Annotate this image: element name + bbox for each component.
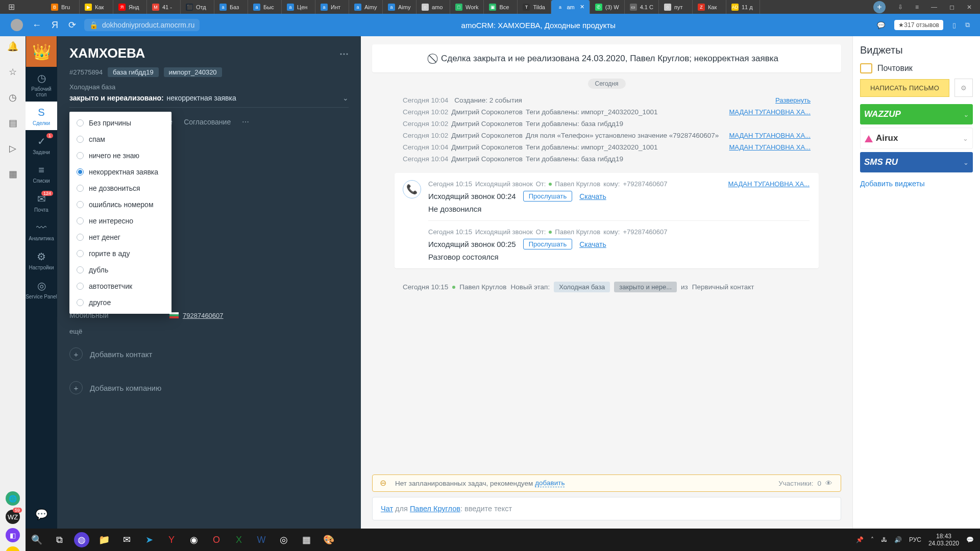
reason-option[interactable]: некорректная заявка (69, 164, 172, 180)
yandex-disk-icon[interactable]: ◍ (74, 532, 89, 547)
listen-button[interactable]: Прослушать (523, 239, 573, 249)
widget-postovik[interactable]: Почтовик (860, 63, 973, 73)
reason-option[interactable]: нет денег (69, 229, 172, 245)
browser-tab[interactable]: ZКак (693, 0, 726, 14)
call-contact-link[interactable]: МАДАН ТУГАНОВНА ХА... (728, 180, 810, 188)
widget-smsru[interactable]: SMS RU⌄ (860, 152, 973, 172)
reason-option[interactable]: другое (69, 294, 172, 311)
reason-option[interactable]: горите в аду (69, 245, 172, 262)
obs-icon[interactable]: ◎ (273, 529, 295, 551)
add-company-button[interactable]: +Добавить компанию (57, 371, 361, 405)
event-link[interactable]: МАДАН ТУГАНОВНА ХА... (729, 108, 811, 116)
browser-tab[interactable]: ✆(3) W (590, 0, 625, 14)
tray-language[interactable]: РУС (909, 536, 921, 543)
nav-item-Задачи[interactable]: ✓Задачи1 (26, 130, 57, 159)
browser-tab[interactable]: aAimy (349, 0, 383, 14)
tray-chevron-up-icon[interactable]: ˄ (871, 536, 874, 543)
clock-icon[interactable]: ◷ (7, 91, 19, 104)
nav-item-Service Panel[interactable]: ◎Service Panel (26, 274, 57, 304)
qr-icon[interactable]: ▦ (7, 168, 19, 180)
window-maximize-icon[interactable]: ◻ (949, 4, 954, 11)
notification-icon[interactable]: 🔔 (7, 40, 19, 53)
telegram-icon[interactable]: ➤ (138, 529, 160, 551)
browser-tab[interactable]: ▶Как (80, 0, 113, 14)
bookmark-list-icon[interactable]: ▤ (7, 117, 19, 129)
browser-tab[interactable]: M41 - (147, 0, 181, 14)
play-circle-icon[interactable]: ▷ (7, 142, 19, 155)
reason-option[interactable]: дубль (69, 262, 172, 278)
paint-icon[interactable]: 🎨 (317, 529, 340, 551)
eye-off-icon[interactable]: 👁 (825, 480, 832, 487)
menu-icon[interactable]: ≡ (915, 4, 919, 11)
downloads-icon[interactable]: ⇩ (898, 4, 903, 11)
reason-option[interactable]: Без причины (69, 115, 172, 131)
word-icon[interactable]: W (250, 529, 273, 551)
write-mail-button[interactable]: НАПИСАТЬ ПИСЬМО (860, 79, 949, 97)
yandex-browser-icon[interactable]: Y (160, 529, 183, 551)
excel-icon[interactable]: X (228, 529, 250, 551)
tray-pin-icon[interactable]: 📌 (856, 536, 864, 543)
reason-option[interactable]: автоответчик (69, 278, 172, 294)
nav-item-Почта[interactable]: ✉Почта124 (26, 188, 57, 217)
new-tab-button[interactable]: + (873, 1, 886, 13)
widget-wazzup[interactable]: WAZZUP⌄ (860, 104, 973, 124)
nav-back-icon[interactable]: ← (32, 20, 41, 31)
browser-tab[interactable]: ○amo (416, 0, 450, 14)
reason-option[interactable]: не интересно (69, 213, 172, 229)
user-avatar-icon[interactable] (11, 19, 23, 31)
nav-item-Списки[interactable]: ≡Списки (26, 159, 57, 188)
chat-link[interactable]: Чат (381, 505, 393, 513)
window-minimize-icon[interactable]: — (931, 4, 937, 11)
tray-clock[interactable]: 18:43 24.03.2020 (928, 533, 959, 547)
apps-grid-icon[interactable]: ⊞ (8, 2, 15, 12)
os-bottom-icon[interactable]: WZ59 (6, 510, 20, 524)
deal-more-icon[interactable]: ⋯ (339, 48, 349, 59)
show-more-link[interactable]: ещё (57, 325, 361, 337)
browser-tab[interactable]: ▭4.1 С (625, 0, 659, 14)
extensions-icon[interactable]: ⧉ (965, 21, 970, 29)
bookmark-icon[interactable]: ▯ (952, 21, 956, 29)
download-link[interactable]: Скачать (579, 240, 606, 248)
listen-button[interactable]: Прослушать (523, 191, 573, 202)
browser-tab[interactable]: BBru (46, 0, 80, 14)
browser-tab[interactable]: ○пут (659, 0, 693, 14)
tray-network-icon[interactable]: 🖧 (881, 536, 887, 543)
browser-tab[interactable]: aAimy (383, 0, 416, 14)
os-bottom-icon[interactable]: ◆ (6, 546, 20, 551)
url-input[interactable]: 🔒 dokhodniyproduct.amocrm.ru (84, 19, 200, 31)
deal-tag[interactable]: импорт_240320 (164, 67, 222, 77)
status-selector[interactable]: закрыто и нереализовано: некорректная за… (69, 91, 349, 108)
chat-user-link[interactable]: Павел Круглов (410, 505, 460, 513)
browser-tab[interactable]: aИнт (315, 0, 349, 14)
stage-tab[interactable]: Согласование (184, 118, 231, 126)
close-reason-dropdown[interactable]: Без причиныспамничего не знаюнекорректна… (69, 112, 172, 314)
browser-tab[interactable]: ▣Все (484, 0, 518, 14)
browser-tab[interactable]: ⬛Отд (181, 0, 214, 14)
nav-item-Сделки[interactable]: SСделки (26, 102, 57, 130)
event-link[interactable]: МАДАН ТУГАНОВНА ХА... (729, 132, 811, 139)
download-link[interactable]: Скачать (579, 192, 606, 201)
reviews-badge[interactable]: ★317 отзывов (894, 20, 943, 30)
nav-item-Рабочий стол[interactable]: ◷Рабочий стол (26, 67, 57, 102)
deal-tag[interactable]: база гибдд19 (108, 67, 159, 77)
reason-option[interactable]: ничего не знаю (69, 147, 172, 164)
widget-airux[interactable]: Airux⌄ (860, 128, 973, 149)
nav-reload-icon[interactable]: ⟳ (68, 19, 76, 31)
chat-icon[interactable]: 💬 (877, 21, 885, 29)
opera-icon[interactable]: O (205, 529, 228, 551)
chrome-icon[interactable]: ◉ (183, 529, 205, 551)
deal-title[interactable]: ХАМХОЕВА (69, 45, 145, 61)
add-task-link[interactable]: добавить (535, 479, 565, 487)
user-logo[interactable]: 👑 (26, 36, 57, 67)
mail-app-icon[interactable]: ✉ (115, 529, 138, 551)
browser-tab[interactable]: aam✕ (551, 0, 590, 14)
browser-tab[interactable]: TTilda (518, 0, 551, 14)
yandex-home-icon[interactable]: Я (52, 20, 58, 31)
calculator-icon[interactable]: ▦ (295, 529, 317, 551)
chat-input[interactable]: Чат для Павел Круглов: введите текст (372, 497, 841, 520)
browser-tab[interactable]: aЦен (282, 0, 315, 14)
nav-chat-icon[interactable]: 💬 (26, 503, 57, 529)
browser-tab[interactable]: AD11 д (726, 0, 760, 14)
reason-option[interactable]: ошиблись номером (69, 196, 172, 213)
star-icon[interactable]: ☆ (7, 66, 19, 78)
